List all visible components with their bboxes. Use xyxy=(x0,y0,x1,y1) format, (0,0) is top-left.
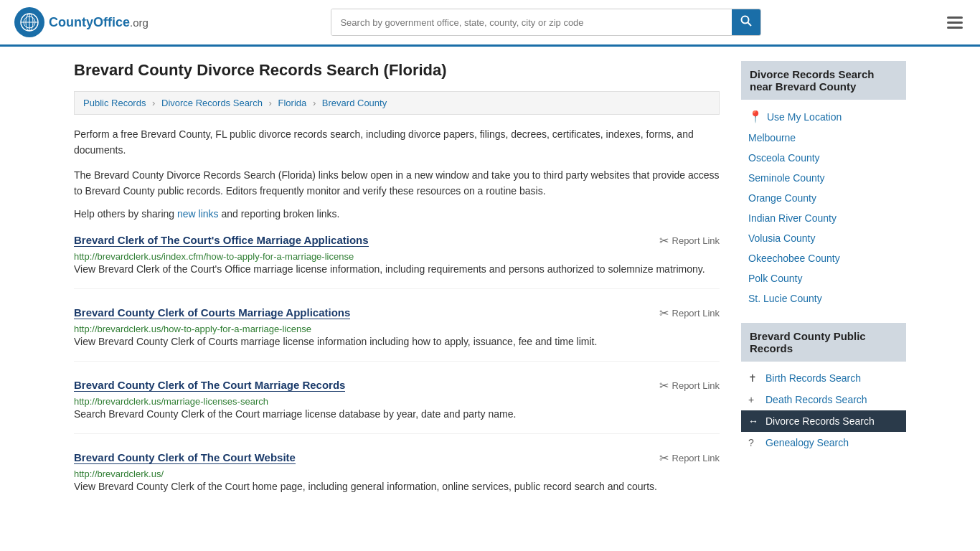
record-title-link[interactable]: Brevard County Clerk of Courts Marriage … xyxy=(74,306,350,319)
logo-text: CountyOffice.org xyxy=(49,15,149,30)
svg-line-6 xyxy=(748,23,752,27)
record-desc: View Brevard County Clerk of the Court h… xyxy=(74,479,720,494)
report-link[interactable]: ✂ Report Link xyxy=(659,234,720,248)
record-url[interactable]: http://brevardclerk.us/how-to-apply-for-… xyxy=(74,324,311,334)
search-input[interactable] xyxy=(331,9,732,35)
sidebar-item-polk[interactable]: Polk County xyxy=(741,268,906,288)
sidebar-item-orange[interactable]: Orange County xyxy=(741,188,906,208)
death-icon: + xyxy=(748,394,760,405)
record-header: Brevard County Clerk of Courts Marriage … xyxy=(74,306,720,320)
record-url[interactable]: http://brevardclerk.us/marriage-licenses… xyxy=(74,396,268,407)
record-url[interactable]: http://brevardclerk.us/index.cfm/how-to-… xyxy=(74,251,354,262)
breadcrumb-sep-2: › xyxy=(269,98,272,108)
page-title: Brevard County Divorce Records Search (F… xyxy=(74,61,720,80)
description-para1: Perform a free Brevard County, FL public… xyxy=(74,126,720,159)
sidebar-item-volusia[interactable]: Volusia County xyxy=(741,228,906,248)
record-title-link[interactable]: Brevard County Clerk of The Court Websit… xyxy=(74,451,296,464)
search-button[interactable] xyxy=(732,9,760,35)
record-entry: Brevard County Clerk of The Court Marria… xyxy=(74,379,720,434)
pin-icon: 📍 xyxy=(748,110,763,123)
scissors-icon: ✂ xyxy=(659,234,669,248)
breadcrumb-sep-3: › xyxy=(313,98,316,108)
sidebar-item-indian-river[interactable]: Indian River County xyxy=(741,208,906,228)
sidebar-item-osceola[interactable]: Osceola County xyxy=(741,148,906,168)
report-link[interactable]: ✂ Report Link xyxy=(659,306,720,320)
sidebar-item-divorce-records[interactable]: ↔ Divorce Records Search xyxy=(741,410,906,432)
breadcrumb-divorce-records[interactable]: Divorce Records Search xyxy=(161,98,263,108)
site-header: CountyOffice.org xyxy=(0,0,980,47)
record-entry: Brevard Clerk of The Court's Office Marr… xyxy=(74,234,720,289)
sidebar-item-birth-records[interactable]: ✝ Birth Records Search xyxy=(741,367,906,389)
menu-button[interactable] xyxy=(944,14,966,32)
description-para2: The Brevard County Divorce Records Searc… xyxy=(74,167,720,199)
birth-icon: ✝ xyxy=(748,372,760,384)
sidebar-item-seminole[interactable]: Seminole County xyxy=(741,168,906,188)
sidebar-nearby-header: Divorce Records Search near Brevard Coun… xyxy=(741,61,906,100)
sidebar-item-death-records[interactable]: + Death Records Search xyxy=(741,389,906,410)
sidebar: Divorce Records Search near Brevard Coun… xyxy=(741,61,906,523)
divorce-icon: ↔ xyxy=(748,415,760,427)
record-desc: View Brevard County Clerk of Courts marr… xyxy=(74,334,720,349)
genealogy-icon: ? xyxy=(748,437,760,448)
record-entry: Brevard County Clerk of Courts Marriage … xyxy=(74,306,720,362)
scissors-icon: ✂ xyxy=(659,451,669,465)
sidebar-item-okeechobee[interactable]: Okeechobee County xyxy=(741,248,906,268)
main-content: Brevard County Divorce Records Search (F… xyxy=(74,61,720,523)
record-header: Brevard County Clerk of The Court Websit… xyxy=(74,451,720,465)
record-title-link[interactable]: Brevard Clerk of The Court's Office Marr… xyxy=(74,234,369,247)
use-my-location-link[interactable]: Use My Location xyxy=(767,111,842,123)
sidebar-use-my-location[interactable]: 📍 Use My Location xyxy=(741,105,906,128)
breadcrumb-florida[interactable]: Florida xyxy=(278,98,307,108)
record-desc: View Brevard Clerk of the Court's Office… xyxy=(74,262,720,277)
record-entry: Brevard County Clerk of The Court Websit… xyxy=(74,451,720,506)
sidebar-public-records-header: Brevard County Public Records xyxy=(741,323,906,362)
logo[interactable]: CountyOffice.org xyxy=(14,7,149,37)
new-links-link[interactable]: new links xyxy=(177,208,219,220)
record-title-link[interactable]: Brevard County Clerk of The Court Marria… xyxy=(74,379,345,392)
search-area xyxy=(331,9,761,36)
breadcrumb-public-records[interactable]: Public Records xyxy=(83,98,146,108)
main-container: Brevard County Divorce Records Search (F… xyxy=(60,47,920,537)
sidebar-item-genealogy[interactable]: ? Genealogy Search xyxy=(741,432,906,453)
sidebar-item-st-lucie[interactable]: St. Lucie County xyxy=(741,288,906,309)
svg-point-5 xyxy=(742,17,749,24)
sharing-text: Help others by sharing new links and rep… xyxy=(74,208,720,220)
scissors-icon: ✂ xyxy=(659,306,669,320)
record-desc: Search Brevard County Clerk of the Court… xyxy=(74,407,720,422)
record-url[interactable]: http://brevardclerk.us/ xyxy=(74,468,164,479)
breadcrumb-brevard-county[interactable]: Brevard County xyxy=(322,98,387,108)
sidebar-item-melbourne[interactable]: Melbourne xyxy=(741,128,906,148)
breadcrumb: Public Records › Divorce Records Search … xyxy=(74,91,720,115)
report-link[interactable]: ✂ Report Link xyxy=(659,451,720,465)
report-link[interactable]: ✂ Report Link xyxy=(659,379,720,392)
record-header: Brevard County Clerk of The Court Marria… xyxy=(74,379,720,392)
record-header: Brevard Clerk of The Court's Office Marr… xyxy=(74,234,720,248)
breadcrumb-sep-1: › xyxy=(152,98,155,108)
sidebar-nearby-section: Divorce Records Search near Brevard Coun… xyxy=(741,61,906,309)
sidebar-public-records-section: Brevard County Public Records ✝ Birth Re… xyxy=(741,323,906,453)
search-box xyxy=(331,9,761,36)
record-list: Brevard Clerk of The Court's Office Marr… xyxy=(74,234,720,506)
logo-icon xyxy=(14,7,44,37)
scissors-icon: ✂ xyxy=(659,379,669,392)
